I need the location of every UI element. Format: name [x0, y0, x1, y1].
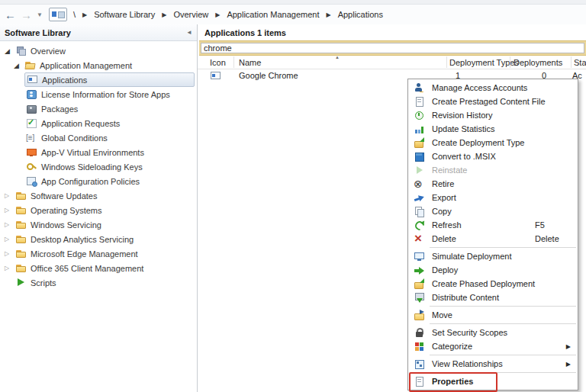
menu-item-revision-history[interactable]: Revision History	[408, 108, 578, 122]
sidebar-item-operating-systems[interactable]: ▷ Operating Systems	[0, 203, 197, 217]
global-conditions-icon	[26, 132, 37, 143]
sidebar-header: Software Library ◄	[0, 24, 197, 41]
folder-icon	[15, 204, 27, 216]
breadcrumb-application-management[interactable]: Application Management	[227, 10, 319, 19]
sidebar-item-windows-servicing[interactable]: ▷ Windows Servicing	[0, 217, 197, 232]
sccm-console-window: ← → ▼ \ ▶ Software Library ▶ Overview ▶ …	[0, 0, 586, 392]
deploy-icon	[414, 265, 425, 276]
sidebar-item-label: Windows Sideloading Keys	[41, 162, 143, 172]
menu-item-retire[interactable]: Retire	[408, 177, 578, 191]
expander-collapsed-icon[interactable]: ▷	[5, 207, 14, 214]
security-scopes-icon	[414, 327, 425, 339]
menu-item-create-deployment-type[interactable]: Create Deployment Type	[408, 136, 578, 149]
column-header-status[interactable]: Sta	[574, 58, 586, 67]
sidebar-item-office-365-client-management[interactable]: ▷ Office 365 Client Management	[0, 261, 197, 275]
menu-item-export[interactable]: Export	[408, 191, 578, 204]
sidebar-item-label: Scripts	[31, 278, 56, 288]
menu-item-categorize[interactable]: Categorize ▶	[408, 339, 578, 353]
menu-item-create-phased-deployment[interactable]: Create Phased Deployment	[408, 277, 578, 291]
expander-expanded-icon[interactable]: ◢	[14, 62, 23, 69]
menu-item-convert-to-msix[interactable]: Convert to .MSIX	[408, 149, 578, 163]
categorize-icon	[414, 341, 425, 352]
menu-separator	[430, 355, 576, 355]
search-input[interactable]	[201, 43, 584, 53]
overview-icon	[15, 45, 27, 56]
menu-item-move[interactable]: Move	[408, 308, 578, 322]
breadcrumb-bar: ← → ▼ \ ▶ Software Library ▶ Overview ▶ …	[0, 5, 586, 25]
expander-expanded-icon[interactable]: ◢	[5, 47, 14, 55]
sidebar-item-microsoft-edge-management[interactable]: ▷ Microsoft Edge Management	[0, 246, 197, 261]
menu-item-simulate-deployment[interactable]: Simulate Deployment	[408, 249, 578, 263]
menu-item-set-security-scopes[interactable]: Set Security Scopes	[408, 326, 578, 339]
menu-item-properties[interactable]: Properties	[408, 374, 578, 388]
breadcrumb-applications[interactable]: Applications	[338, 10, 383, 19]
back-icon[interactable]: ←	[5, 9, 16, 21]
expander-collapsed-icon[interactable]: ▷	[5, 221, 14, 228]
sidebar-title: Software Library	[5, 28, 71, 37]
sidebar-item-app-configuration-policies[interactable]: App Configuration Policies	[0, 174, 197, 188]
convert-msix-icon	[414, 151, 425, 162]
application-row-icon	[210, 70, 221, 82]
menu-item-refresh[interactable]: Refresh F5	[408, 218, 578, 232]
breadcrumb-overview[interactable]: Overview	[173, 10, 208, 19]
sidebar-item-label: Microsoft Edge Management	[31, 249, 138, 259]
sidebar-item-label: App-V Virtual Environments	[41, 148, 144, 157]
sidebar-item-windows-sideloading-keys[interactable]: Windows Sideloading Keys	[0, 159, 197, 174]
expander-collapsed-icon[interactable]: ▷	[5, 250, 14, 257]
move-icon	[414, 310, 425, 321]
prestaged-content-file-icon	[414, 96, 425, 108]
breadcrumb-root[interactable]: \	[73, 10, 76, 19]
sidebar-item-scripts[interactable]: Scripts	[0, 275, 197, 290]
column-header-deployments[interactable]: Deployments	[514, 58, 562, 67]
sidebar-item-appv-virtual-environments[interactable]: App-V Virtual Environments	[0, 145, 197, 159]
sidebar-collapse-icon[interactable]: ◄	[186, 29, 192, 36]
history-dropdown-icon[interactable]: ▼	[37, 11, 43, 18]
sidebar-item-desktop-analytics-servicing[interactable]: ▷ Desktop Analytics Servicing	[0, 232, 197, 246]
create-deployment-type-icon	[414, 137, 425, 149]
sidebar-tree: ◢ Overview ◢ Application Management Appl…	[0, 41, 197, 290]
distribute-content-icon	[414, 292, 425, 304]
menu-item-update-statistics[interactable]: Update Statistics	[408, 122, 578, 136]
sidebar-item-overview[interactable]: ◢ Overview	[0, 43, 197, 58]
shortcut-label: F5	[535, 220, 545, 230]
menu-item-deploy[interactable]: Deploy	[408, 263, 578, 277]
menu-item-manage-access-accounts[interactable]: Manage Access Accounts	[408, 81, 578, 95]
breadcrumb-separator-icon: ▶	[326, 11, 330, 18]
menu-separator	[430, 306, 576, 307]
sidebar-item-packages[interactable]: Packages	[0, 101, 197, 116]
sidebar-item-software-updates[interactable]: ▷ Software Updates	[0, 188, 197, 203]
sidebar-item-label: Overview	[31, 47, 66, 56]
breadcrumb-software-library[interactable]: Software Library	[94, 10, 155, 19]
breadcrumb-separator-icon: ▶	[215, 11, 220, 18]
sidebar-item-license-information[interactable]: License Information for Store Apps	[0, 87, 197, 101]
row-name: Google Chrome	[239, 71, 298, 80]
revision-history-icon	[414, 110, 425, 121]
sidebar-item-application-management[interactable]: ◢ Application Management	[0, 58, 197, 72]
expander-collapsed-icon[interactable]: ▷	[5, 236, 14, 243]
expander-collapsed-icon[interactable]: ▷	[5, 192, 14, 199]
column-header-deployment-types[interactable]: Deployment Types	[449, 58, 519, 67]
expander-collapsed-icon[interactable]: ▷	[5, 265, 14, 272]
column-header-icon[interactable]: Icon	[210, 58, 226, 67]
menu-item-distribute-content[interactable]: Distribute Content	[408, 291, 578, 304]
folder-open-icon	[24, 59, 36, 71]
table-header: Icon Name ▲ Deployment Types Deployments…	[198, 56, 586, 69]
breadcrumb-separator-icon: ▶	[82, 11, 87, 18]
sidebar-item-label: Applications	[42, 76, 87, 85]
menu-item-delete[interactable]: Delete Delete	[408, 232, 578, 246]
sidebar-item-global-conditions[interactable]: Global Conditions	[0, 130, 197, 145]
menu-item-create-prestaged-content-file[interactable]: Create Prestaged Content File	[408, 95, 578, 108]
submenu-arrow-icon: ▶	[566, 343, 571, 350]
sidebar-item-application-requests[interactable]: Application Requests	[0, 116, 197, 130]
forward-icon[interactable]: →	[21, 9, 32, 21]
app-config-icon	[26, 175, 37, 187]
column-header-name[interactable]: Name	[239, 58, 261, 67]
sidebar-item-label: Desktop Analytics Servicing	[31, 235, 134, 244]
update-statistics-icon	[414, 124, 425, 135]
sidebar-item-label: Operating Systems	[31, 206, 102, 215]
folder-icon	[15, 262, 27, 274]
sidebar-item-applications[interactable]: Applications	[0, 72, 197, 87]
license-icon	[26, 88, 37, 100]
menu-item-copy[interactable]: Copy	[408, 204, 578, 218]
menu-item-view-relationships[interactable]: View Relationships ▶	[408, 357, 578, 371]
